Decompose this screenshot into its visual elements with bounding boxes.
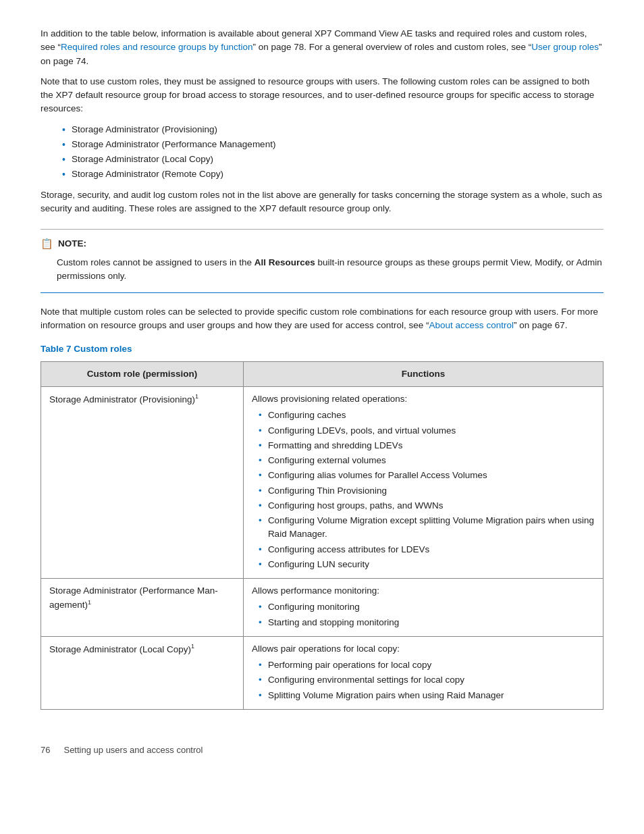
list-item: Storage Administrator (Performance Manag…: [62, 138, 603, 151]
func-item: Formatting and shredding LDEVs: [259, 439, 595, 452]
func-item: Configuring Thin Provisioning: [259, 484, 595, 498]
note-title: 📋 NOTE:: [41, 236, 603, 252]
para-before-table: Note that multiple custom roles can be s…: [41, 305, 603, 333]
func-item: Configuring LDEVs, pools, and virtual vo…: [259, 424, 595, 438]
page-number: 76: [41, 744, 50, 757]
list-item: Storage Administrator (Remote Copy): [62, 167, 603, 181]
page-label: Setting up users and access control: [63, 744, 203, 757]
func-item: Configuring monitoring: [259, 600, 595, 614]
table-title: Table 7 Custom roles: [41, 342, 603, 356]
func-list: Configuring monitoring Starting and stop…: [259, 600, 595, 629]
role-cell: Storage Administrator (Provisioning)1: [41, 387, 244, 579]
link-user-group-roles[interactable]: User group roles: [531, 42, 599, 52]
func-item: Configuring alias volumes for Parallel A…: [259, 469, 595, 482]
func-item: Starting and stopping monitoring: [259, 616, 595, 629]
func-item: Configuring host groups, paths, and WWNs: [259, 499, 595, 513]
func-item: Configuring Volume Migration except spli…: [259, 514, 595, 542]
list-item: Storage Administrator (Provisioning): [62, 123, 603, 136]
link-about-access[interactable]: About access control: [429, 320, 514, 330]
func-item: Performing pair operations for local cop…: [259, 658, 595, 672]
intro-para3: Storage, security, and audit log custom …: [41, 188, 603, 216]
func-list: Performing pair operations for local cop…: [259, 658, 595, 702]
col-header-functions: Functions: [243, 361, 603, 386]
table-row: Storage Administrator (Local Copy)1 Allo…: [41, 636, 603, 709]
functions-cell: Allows provisioning related operations: …: [243, 387, 603, 579]
note-text: Custom roles cannot be assigned to users…: [57, 256, 603, 284]
footer: 76 Setting up users and access control: [41, 744, 603, 757]
link-required-roles[interactable]: Required roles and resource groups by fu…: [61, 42, 252, 52]
func-list: Configuring caches Configuring LDEVs, po…: [259, 409, 595, 571]
list-item: Storage Administrator (Local Copy): [62, 153, 603, 166]
intro-para2: Note that to use custom roles, they must…: [41, 75, 603, 116]
functions-cell: Allows performance monitoring: Configuri…: [243, 579, 603, 637]
func-item: Configuring environmental settings for l…: [259, 673, 595, 687]
role-cell: Storage Administrator (Local Copy)1: [41, 636, 244, 709]
func-item: Configuring caches: [259, 409, 595, 422]
role-cell: Storage Administrator (Performance Man-a…: [41, 579, 244, 637]
note-box: 📋 NOTE: Custom roles cannot be assigned …: [41, 229, 603, 293]
intro-para1: In addition to the table below, informat…: [41, 27, 603, 68]
custom-roles-list: Storage Administrator (Provisioning) Sto…: [62, 123, 603, 182]
custom-roles-table: Custom role (permission) Functions Stora…: [41, 361, 603, 710]
col-header-role: Custom role (permission): [41, 361, 244, 386]
func-item: Splitting Volume Migration pairs when us…: [259, 689, 595, 702]
functions-cell: Allows pair operations for local copy: P…: [243, 636, 603, 709]
table-row: Storage Administrator (Performance Man-a…: [41, 579, 603, 637]
table-row: Storage Administrator (Provisioning)1 Al…: [41, 387, 603, 579]
func-item: Configuring LUN security: [259, 558, 595, 571]
note-icon: 📋: [41, 236, 53, 252]
func-item: Configuring external volumes: [259, 454, 595, 467]
func-item: Configuring access attributes for LDEVs: [259, 543, 595, 556]
main-content: In addition to the table below, informat…: [41, 27, 603, 756]
